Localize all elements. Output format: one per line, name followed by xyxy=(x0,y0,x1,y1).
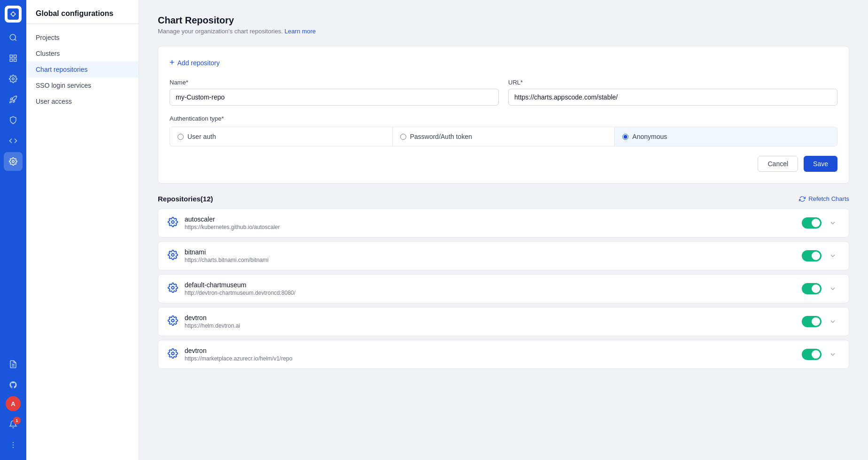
repo-toggle[interactable] xyxy=(802,283,822,294)
repo-gear-icon xyxy=(168,315,178,328)
svg-point-17 xyxy=(171,319,174,322)
radio-password-auth[interactable] xyxy=(400,134,406,140)
page-description: Manage your organization's chart reposit… xyxy=(158,28,849,35)
radio-option-anonymous[interactable]: Anonymous xyxy=(615,127,837,146)
auth-type-section: Authentication type* User auth Password/… xyxy=(170,115,837,146)
sidebar-item-sso[interactable]: SSO login services xyxy=(26,77,139,93)
repo-item-devtron-2: devtron https://marketplace.azurecr.io/h… xyxy=(158,340,849,369)
sidebar-item-user-access-label: User access xyxy=(36,98,72,105)
svg-point-16 xyxy=(171,286,174,289)
repo-toggle[interactable] xyxy=(802,349,822,360)
learn-more-link[interactable]: Learn more xyxy=(285,28,316,35)
repo-item-default-chartmuseum: default-chartmuseum http://devtron-chart… xyxy=(158,274,849,303)
svg-point-2 xyxy=(10,34,16,40)
repo-expand-button[interactable] xyxy=(826,282,839,295)
url-input[interactable] xyxy=(508,89,837,106)
more-options-icon[interactable] xyxy=(4,436,23,454)
svg-point-7 xyxy=(12,78,15,80)
repo-gear-icon xyxy=(168,250,178,262)
security-nav-icon[interactable] xyxy=(4,111,23,130)
toggle-thumb xyxy=(812,252,820,260)
repo-expand-button[interactable] xyxy=(826,216,839,230)
repo-url: https://charts.bitnami.com/bitnami xyxy=(185,257,795,263)
toggle-thumb xyxy=(812,284,820,293)
svg-point-18 xyxy=(171,352,174,355)
add-repository-card: + Add repository Name* URL* Authenticati… xyxy=(158,46,849,184)
repo-toggle[interactable] xyxy=(802,217,822,229)
svg-point-14 xyxy=(171,221,174,223)
repo-url: http://devtron-chartmuseum.devtroncd:808… xyxy=(185,290,795,296)
sidebar-item-projects-label: Projects xyxy=(36,34,60,41)
toggle-track[interactable] xyxy=(802,217,822,229)
search-nav-icon[interactable] xyxy=(4,28,23,47)
svg-point-11 xyxy=(13,442,14,443)
settings-nav-icon[interactable] xyxy=(4,69,23,88)
sidebar-nav: Projects Clusters Chart repositories SSO… xyxy=(26,24,139,115)
sidebar-header: Global configurations xyxy=(26,0,139,24)
user-avatar[interactable]: A xyxy=(6,396,21,411)
svg-rect-5 xyxy=(10,59,12,61)
rocket-nav-icon[interactable] xyxy=(4,90,23,109)
repositories-header: Repositories(12) Refetch Charts xyxy=(158,195,849,203)
repo-item-bitnami: bitnami https://charts.bitnami.com/bitna… xyxy=(158,241,849,270)
add-repository-button[interactable]: + Add repository xyxy=(170,58,220,68)
save-button[interactable]: Save xyxy=(804,156,837,172)
repo-url: https://helm.devtron.ai xyxy=(185,322,795,329)
repo-expand-button[interactable] xyxy=(826,348,839,361)
toggle-thumb xyxy=(812,317,820,326)
sidebar-item-projects[interactable]: Projects xyxy=(26,30,139,46)
repo-name: autoscaler xyxy=(185,215,795,223)
refetch-charts-button[interactable]: Refetch Charts xyxy=(799,195,849,202)
svg-point-12 xyxy=(13,445,14,445)
grid-nav-icon[interactable] xyxy=(4,49,23,68)
repo-toggle[interactable] xyxy=(802,250,822,261)
repo-toggle[interactable] xyxy=(802,316,822,327)
svg-point-1 xyxy=(12,13,15,15)
code-nav-icon[interactable] xyxy=(4,131,23,150)
sidebar-item-chart-repos[interactable]: Chart repositories xyxy=(26,61,139,77)
repo-actions xyxy=(802,249,839,262)
refetch-icon xyxy=(799,196,806,202)
name-label: Name* xyxy=(170,79,499,86)
repo-gear-icon xyxy=(168,217,178,230)
page-title: Chart Repository xyxy=(158,15,849,26)
repo-url: https://kubernetes.github.io/autoscaler xyxy=(185,224,795,230)
toggle-track[interactable] xyxy=(802,316,822,327)
repo-expand-button[interactable] xyxy=(826,249,839,262)
radio-option-password-auth[interactable]: Password/Auth token xyxy=(393,127,615,146)
icon-bar: A 1 xyxy=(0,0,26,460)
auth-type-label: Authentication type* xyxy=(170,115,837,122)
name-input[interactable] xyxy=(170,89,499,106)
app-logo[interactable] xyxy=(5,6,22,23)
sidebar-item-user-access[interactable]: User access xyxy=(26,93,139,109)
repo-actions xyxy=(802,282,839,295)
repo-actions xyxy=(802,348,839,361)
repo-item-autoscaler: autoscaler https://kubernetes.github.io/… xyxy=(158,208,849,238)
repo-expand-button[interactable] xyxy=(826,315,839,328)
toggle-thumb xyxy=(812,219,820,227)
svg-rect-6 xyxy=(14,59,16,61)
repo-actions xyxy=(802,216,839,230)
cancel-button[interactable]: Cancel xyxy=(758,156,798,172)
repo-info: devtron https://marketplace.azurecr.io/h… xyxy=(185,347,795,362)
repo-actions xyxy=(802,315,839,328)
radio-user-auth[interactable] xyxy=(178,134,184,140)
toggle-track[interactable] xyxy=(802,283,822,294)
repo-url: https://marketplace.azurecr.io/helm/v1/r… xyxy=(185,355,795,362)
repo-item-devtron-1: devtron https://helm.devtron.ai xyxy=(158,307,849,336)
radio-option-user-auth[interactable]: User auth xyxy=(170,127,393,146)
sidebar-item-clusters[interactable]: Clusters xyxy=(26,46,139,61)
notification-bell-icon[interactable]: 1 xyxy=(4,415,23,434)
repo-name: default-chartmuseum xyxy=(185,281,795,289)
svg-point-15 xyxy=(171,253,174,256)
toggle-track[interactable] xyxy=(802,250,822,261)
name-url-row: Name* URL* xyxy=(170,79,837,106)
github-nav-icon[interactable] xyxy=(4,376,23,394)
url-label: URL* xyxy=(508,79,837,86)
plus-icon: + xyxy=(170,58,175,68)
toggle-track[interactable] xyxy=(802,349,822,360)
radio-anonymous[interactable] xyxy=(622,134,628,140)
global-config-nav-icon[interactable] xyxy=(4,152,23,171)
form-actions: Cancel Save xyxy=(170,156,837,172)
docs-nav-icon[interactable] xyxy=(4,355,23,374)
